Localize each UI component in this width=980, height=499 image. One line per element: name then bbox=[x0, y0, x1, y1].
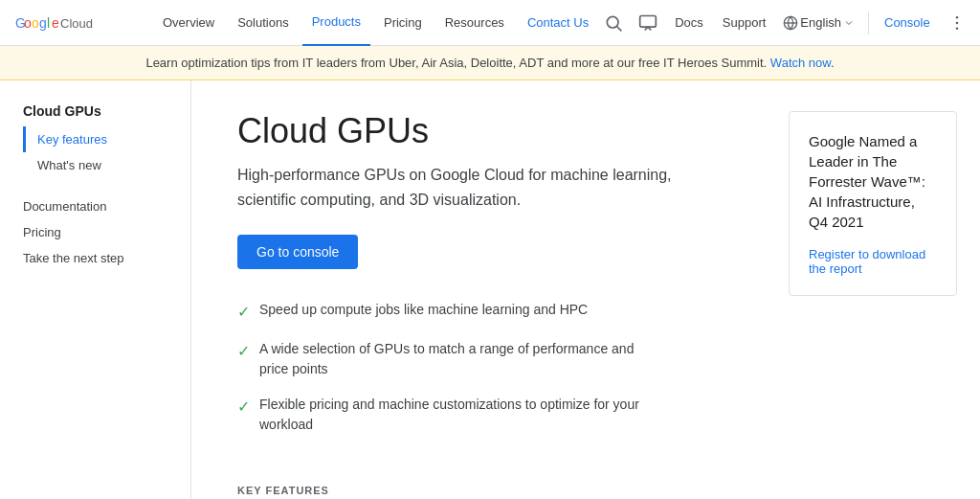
sidebar-item-whats-new[interactable]: What's new bbox=[23, 152, 190, 178]
logo: G o o g l e Cloud bbox=[15, 13, 130, 33]
sidebar-item-next-step[interactable]: Take the next step bbox=[23, 245, 190, 271]
svg-point-12 bbox=[955, 15, 958, 18]
promo-card-link[interactable]: Register to download the report bbox=[809, 247, 925, 276]
nav-overview[interactable]: Overview bbox=[153, 0, 224, 46]
svg-text:o: o bbox=[24, 15, 32, 31]
svg-text:e: e bbox=[52, 15, 59, 31]
banner-text: Learn optimization tips from IT leaders … bbox=[145, 56, 767, 70]
svg-line-8 bbox=[617, 26, 622, 31]
banner-suffix: . bbox=[831, 56, 835, 70]
avatar[interactable] bbox=[976, 6, 980, 40]
check-icon-0: ✓ bbox=[237, 301, 250, 324]
console-button[interactable]: Console bbox=[877, 15, 938, 30]
hero-feature-list: ✓ Speed up compute jobs like machine lea… bbox=[237, 300, 743, 435]
top-nav: G o o g l e Cloud Overview Solutions Pro… bbox=[0, 0, 980, 46]
svg-rect-9 bbox=[640, 15, 657, 27]
check-icon-1: ✓ bbox=[237, 340, 250, 363]
svg-point-14 bbox=[955, 27, 958, 30]
svg-point-13 bbox=[955, 21, 958, 24]
support-button[interactable]: Support bbox=[715, 15, 774, 30]
page-title: Cloud GPUs bbox=[237, 111, 743, 151]
svg-point-7 bbox=[608, 16, 619, 28]
feature-item-2: ✓ Flexible pricing and machine customiza… bbox=[237, 395, 658, 435]
sidebar-section-cloud-gpus: Cloud GPUs bbox=[23, 103, 190, 119]
svg-text:o: o bbox=[32, 15, 39, 31]
nav-contact[interactable]: Contact Us bbox=[518, 0, 598, 46]
promo-card: Google Named a Leader in The Forrester W… bbox=[789, 111, 957, 296]
feature-item-0: ✓ Speed up compute jobs like machine lea… bbox=[237, 300, 658, 324]
nav-resources[interactable]: Resources bbox=[435, 0, 514, 46]
main-content: Cloud GPUs High-performance GPUs on Goog… bbox=[191, 80, 789, 499]
page-subtitle: High-performance GPUs on Google Cloud fo… bbox=[237, 163, 716, 212]
search-button[interactable] bbox=[598, 8, 629, 38]
sidebar-item-key-features[interactable]: Key features bbox=[23, 126, 190, 152]
nav-solutions[interactable]: Solutions bbox=[228, 0, 298, 46]
side-panel: Google Named a Leader in The Forrester W… bbox=[789, 80, 980, 499]
divider bbox=[868, 11, 869, 34]
notifications-button[interactable] bbox=[633, 8, 663, 38]
announcement-banner: Learn optimization tips from IT leaders … bbox=[0, 46, 980, 80]
feature-item-1: ✓ A wide selection of GPUs to match a ra… bbox=[237, 339, 658, 379]
language-selector[interactable]: English bbox=[777, 15, 860, 31]
go-to-console-button[interactable]: Go to console bbox=[237, 235, 358, 269]
key-features-label: KEY FEATURES bbox=[237, 485, 743, 496]
more-button[interactable] bbox=[942, 8, 972, 38]
docs-button[interactable]: Docs bbox=[667, 15, 711, 30]
svg-text:g: g bbox=[39, 15, 47, 31]
nav-pricing[interactable]: Pricing bbox=[374, 0, 432, 46]
page-layout: Cloud GPUs Key features What's new Docum… bbox=[0, 80, 980, 499]
svg-text:Cloud: Cloud bbox=[60, 16, 93, 31]
banner-link[interactable]: Watch now bbox=[770, 56, 831, 70]
sidebar-item-pricing[interactable]: Pricing bbox=[23, 219, 190, 245]
nav-products[interactable]: Products bbox=[302, 0, 370, 46]
svg-text:l: l bbox=[47, 15, 50, 31]
nav-links: Overview Solutions Products Pricing Reso… bbox=[153, 0, 598, 46]
sidebar: Cloud GPUs Key features What's new Docum… bbox=[0, 80, 191, 499]
google-cloud-logo: G o o g l e Cloud bbox=[15, 13, 130, 33]
check-icon-2: ✓ bbox=[237, 396, 250, 419]
sidebar-item-documentation[interactable]: Documentation bbox=[23, 193, 190, 219]
nav-right: Docs Support English Console bbox=[598, 6, 980, 40]
promo-card-title: Google Named a Leader in The Forrester W… bbox=[809, 131, 937, 232]
